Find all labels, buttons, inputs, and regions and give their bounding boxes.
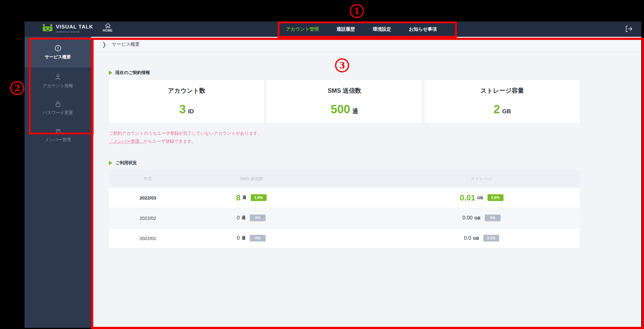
card-value: 3 bbox=[179, 103, 186, 116]
warning-line-2-rest: からユーザ登録できます。 bbox=[144, 139, 196, 144]
row-sms-cell: 0 通 0% bbox=[187, 235, 316, 242]
person-icon bbox=[54, 73, 62, 81]
info-circle-icon bbox=[54, 45, 62, 52]
row-storage-cell: 0.01 GB 0.5% bbox=[316, 193, 580, 203]
card-label: SMS 送信数 bbox=[328, 87, 361, 95]
sidebar-item-label: メンバー管理 bbox=[45, 137, 71, 143]
member-management-link[interactable]: 「メンバー管理」 bbox=[109, 139, 144, 144]
logout-button[interactable] bbox=[625, 25, 633, 33]
sms-unit: 通 bbox=[242, 195, 246, 200]
top-bar: VISUAL TALK powered by visuamall HOME アカ… bbox=[25, 21, 641, 37]
sms-percent-badge: 0% bbox=[250, 215, 266, 221]
registration-warning: ご契約アカウントのうちユーザ登録が完了していないアカウントがあります。 「メンバ… bbox=[109, 130, 580, 145]
table-row: 2022/01 0 通 0% 0.0 GB 0.0% bbox=[109, 228, 580, 249]
card-value: 2 bbox=[494, 103, 500, 116]
card-account-count: アカウント数 3 ID bbox=[109, 80, 264, 123]
storage-value: 0.0 bbox=[464, 235, 471, 241]
triangle-marker-icon bbox=[109, 161, 112, 165]
logout-icon bbox=[625, 25, 633, 32]
sms-percent-badge: 0% bbox=[250, 235, 266, 242]
breadcrumb-title: サービス概要 bbox=[112, 41, 140, 47]
sidebar-item-service-overview[interactable]: サービス概要 bbox=[25, 37, 91, 68]
nav-item-notices[interactable]: お知らせ事項 bbox=[409, 26, 437, 32]
header-sms: SMS 送信数 bbox=[187, 176, 316, 182]
logo[interactable]: VISUAL TALK powered by visuamall bbox=[42, 24, 93, 33]
card-sms-count: SMS 送信数 500 通 bbox=[267, 80, 422, 123]
nav-item-account-management[interactable]: アカウント管理 bbox=[286, 26, 319, 32]
card-value: 500 bbox=[331, 103, 350, 116]
sidebar-item-label: パスワード変更 bbox=[43, 110, 73, 116]
usage-section: ご利用状況 年月 SMS 送信数 ストレージ 2022/03 bbox=[109, 160, 580, 249]
contract-section-title: 現在のご契約情報 bbox=[115, 70, 150, 75]
sms-value: 8 bbox=[236, 193, 240, 203]
storage-unit: GB bbox=[473, 236, 479, 241]
sms-value: 0 bbox=[237, 235, 240, 241]
annotation-label-3: 3 bbox=[335, 58, 349, 72]
card-label: ストレージ容量 bbox=[480, 87, 524, 95]
sms-unit: 通 bbox=[241, 235, 245, 241]
row-month: 2022/03 bbox=[109, 195, 187, 200]
nav-item-settings[interactable]: 環境設定 bbox=[373, 26, 391, 32]
contract-cards: アカウント数 3 ID SMS 送信数 500 通 bbox=[109, 80, 580, 123]
table-row: 2022/02 0 通 0% 0.00 GB 0% bbox=[109, 208, 580, 228]
usage-section-header: ご利用状況 bbox=[109, 160, 580, 166]
storage-percent-badge: 0.0% bbox=[483, 235, 499, 242]
usage-section-title: ご利用状況 bbox=[115, 160, 137, 166]
sms-value: 0 bbox=[237, 215, 240, 221]
row-sms-cell: 0 通 0% bbox=[187, 215, 316, 221]
people-icon bbox=[54, 127, 62, 135]
storage-value: 0.01 bbox=[460, 193, 475, 203]
usage-table-header: 年月 SMS 送信数 ストレージ bbox=[109, 170, 580, 188]
table-row: 2022/03 8 通 1.6% 0.01 GB 0.5% bbox=[109, 188, 580, 208]
sidebar-item-member-management[interactable]: メンバー管理 bbox=[25, 122, 91, 149]
warning-line-1: ご契約アカウントのうちユーザ登録が完了していないアカウントがあります。 bbox=[109, 130, 580, 137]
main-area: ❯ サービス概要 現在のご契約情報 アカウント数 3 bbox=[91, 37, 641, 328]
storage-unit: GB bbox=[474, 216, 480, 220]
row-storage-cell: 0.00 GB 0% bbox=[316, 215, 580, 221]
sms-unit: 通 bbox=[241, 215, 245, 221]
card-storage-capacity: ストレージ容量 2 GB bbox=[425, 80, 580, 123]
usage-table: 年月 SMS 送信数 ストレージ 2022/03 8 通 1.6% bbox=[109, 170, 580, 249]
sms-percent-badge: 1.6% bbox=[251, 194, 267, 201]
body-row: サービス概要 アカウント情報 bbox=[25, 37, 641, 328]
screenshot-stage: VISUAL TALK powered by visuamall HOME アカ… bbox=[0, 0, 644, 329]
lock-icon bbox=[54, 100, 62, 108]
logo-text-block: VISUAL TALK powered by visuamall bbox=[56, 24, 93, 33]
breadcrumb: ❯ サービス概要 bbox=[91, 37, 641, 52]
home-icon bbox=[105, 23, 111, 28]
app-window: VISUAL TALK powered by visuamall HOME アカ… bbox=[25, 21, 641, 328]
annotation-label-1: 1 bbox=[350, 4, 364, 18]
card-label: アカウント数 bbox=[168, 87, 205, 95]
row-month: 2022/02 bbox=[109, 215, 187, 221]
sidebar-item-label: サービス概要 bbox=[45, 54, 71, 60]
header-storage: ストレージ bbox=[316, 176, 580, 182]
warning-line-2: 「メンバー管理」からユーザ登録できます。 bbox=[109, 137, 580, 145]
visual-talk-robot-icon bbox=[42, 24, 53, 33]
home-label: HOME bbox=[103, 29, 113, 32]
content: 現在のご契約情報 アカウント数 3 ID SMS 送信数 bbox=[91, 52, 641, 249]
sidebar-item-label: アカウント情報 bbox=[43, 83, 73, 89]
nav-item-call-history[interactable]: 通話履歴 bbox=[337, 26, 355, 32]
triangle-marker-icon bbox=[109, 71, 112, 75]
header-month: 年月 bbox=[109, 176, 187, 182]
top-nav: アカウント管理 通話履歴 環境設定 お知らせ事項 bbox=[286, 21, 437, 37]
row-sms-cell: 8 通 1.6% bbox=[187, 193, 316, 203]
sidebar-item-password-change[interactable]: パスワード変更 bbox=[25, 95, 91, 122]
card-unit: GB bbox=[502, 108, 511, 115]
row-storage-cell: 0.0 GB 0.0% bbox=[316, 235, 580, 242]
row-month: 2022/01 bbox=[109, 236, 187, 241]
storage-value: 0.00 bbox=[462, 215, 472, 221]
logo-subtitle: powered by visuamall bbox=[56, 30, 93, 33]
annotation-label-2: 2 bbox=[10, 81, 24, 95]
logo-title: VISUAL TALK bbox=[56, 24, 93, 30]
card-unit: ID bbox=[188, 108, 194, 115]
storage-percent-badge: 0% bbox=[485, 215, 501, 221]
home-button[interactable]: HOME bbox=[101, 23, 115, 32]
storage-unit: GB bbox=[477, 195, 483, 200]
chevron-right-icon: ❯ bbox=[102, 41, 106, 48]
card-unit: 通 bbox=[352, 107, 358, 115]
sidebar: サービス概要 アカウント情報 bbox=[25, 37, 91, 328]
storage-percent-badge: 0.5% bbox=[488, 194, 503, 201]
sidebar-item-account-info[interactable]: アカウント情報 bbox=[25, 68, 91, 95]
